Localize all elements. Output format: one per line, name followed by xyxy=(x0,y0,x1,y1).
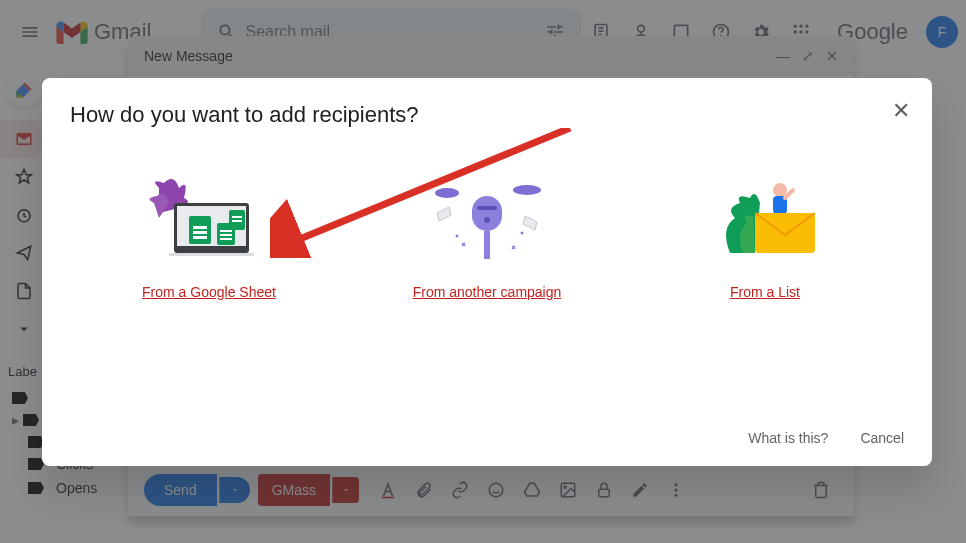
svg-rect-41 xyxy=(484,231,490,259)
svg-rect-31 xyxy=(220,238,232,240)
mailbox-illustration xyxy=(407,168,567,268)
option-google-sheet[interactable]: From a Google Sheet xyxy=(89,168,329,300)
svg-point-42 xyxy=(456,235,459,238)
modal-title: How do you want to add recipients? xyxy=(70,102,904,128)
cancel-button[interactable]: Cancel xyxy=(860,430,904,446)
svg-point-44 xyxy=(773,183,787,197)
option-label: From a List xyxy=(730,284,800,300)
modal-close-icon[interactable]: ✕ xyxy=(892,98,910,124)
option-another-campaign[interactable]: From another campaign xyxy=(367,168,607,300)
svg-rect-29 xyxy=(220,230,232,232)
svg-rect-25 xyxy=(193,226,207,229)
sheet-illustration xyxy=(129,168,289,268)
svg-rect-27 xyxy=(193,236,207,239)
modal-options: From a Google Sheet From anothe xyxy=(70,168,904,300)
option-from-list[interactable]: From a List xyxy=(645,168,885,300)
option-label: From a Google Sheet xyxy=(142,284,276,300)
svg-rect-38 xyxy=(472,196,502,231)
svg-rect-34 xyxy=(232,220,242,222)
svg-rect-33 xyxy=(232,216,242,218)
svg-rect-39 xyxy=(477,206,497,210)
modal-footer: What is this? Cancel xyxy=(748,430,904,446)
svg-point-40 xyxy=(484,217,490,223)
svg-rect-30 xyxy=(220,234,232,236)
what-is-this-link[interactable]: What is this? xyxy=(748,430,828,446)
svg-point-43 xyxy=(521,232,524,235)
option-label: From another campaign xyxy=(413,284,562,300)
svg-rect-24 xyxy=(189,216,211,244)
svg-point-36 xyxy=(435,188,459,198)
list-illustration xyxy=(685,168,845,268)
recipients-modal: How do you want to add recipients? ✕ xyxy=(42,78,932,466)
svg-rect-26 xyxy=(193,231,207,234)
svg-rect-35 xyxy=(169,253,254,256)
svg-point-37 xyxy=(513,185,541,195)
